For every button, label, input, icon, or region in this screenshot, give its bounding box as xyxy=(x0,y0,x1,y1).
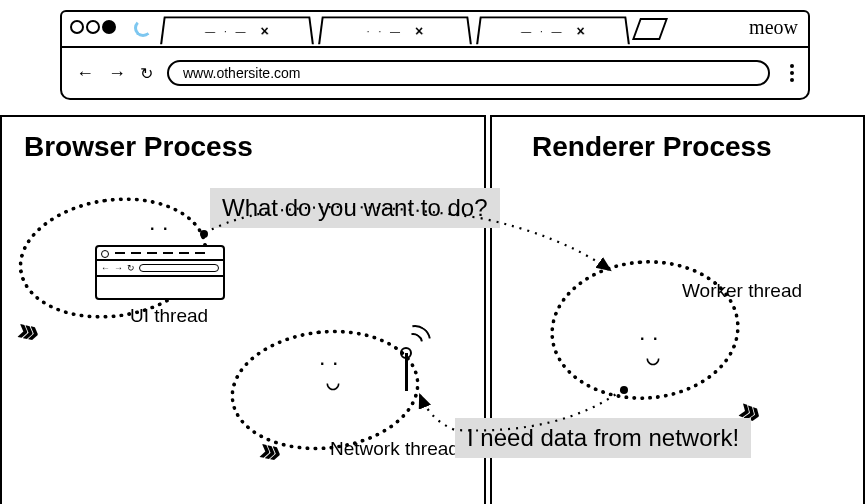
loading-spinner-icon xyxy=(134,19,152,37)
reload-button[interactable]: ↻ xyxy=(140,64,153,83)
antenna-icon xyxy=(395,335,425,395)
tab-title: · · — xyxy=(367,26,404,37)
new-tab-button[interactable] xyxy=(632,18,668,40)
face-icon: · · ◡ xyxy=(640,330,662,367)
traffic-light-min-icon[interactable] xyxy=(86,20,100,34)
traffic-light-max-icon[interactable] xyxy=(102,20,116,34)
mini-browser-icon: ←→↻ xyxy=(95,245,225,300)
face-icon: · · ◡ xyxy=(320,355,342,392)
tab-strip: — · — × · · — × — · — × meow xyxy=(62,12,808,48)
worker-thread-label: Worker thread xyxy=(682,280,802,302)
window-controls[interactable] xyxy=(70,20,116,34)
brand-text: meow xyxy=(749,16,798,39)
url-text: www.othersite.com xyxy=(183,65,300,81)
forward-button[interactable]: → xyxy=(108,63,126,84)
traffic-light-close-icon[interactable] xyxy=(70,20,84,34)
browser-process-title: Browser Process xyxy=(24,131,484,163)
arrow-origin-dot xyxy=(200,230,208,238)
speech-bubble-reply: I need data from network! xyxy=(455,418,751,458)
tab-title: — · — xyxy=(205,26,249,37)
tab-close-icon[interactable]: × xyxy=(260,23,269,39)
url-bar[interactable]: www.othersite.com xyxy=(167,60,770,86)
tab-close-icon[interactable]: × xyxy=(576,23,585,39)
browser-window: — · — × · · — × — · — × meow ← → ↻ www.o… xyxy=(60,10,810,100)
tab-title: — · — xyxy=(521,26,565,37)
ui-thread-label: UI thread xyxy=(130,305,208,327)
back-button[interactable]: ← xyxy=(76,63,94,84)
arrow-origin-dot xyxy=(620,386,628,394)
menu-button[interactable] xyxy=(790,64,794,82)
network-thread-label: Network thread xyxy=(330,438,459,460)
tab-3[interactable]: — · — × xyxy=(476,16,630,44)
renderer-process-title: Renderer Process xyxy=(532,131,863,163)
tab-close-icon[interactable]: × xyxy=(415,23,424,39)
toolbar: ← → ↻ www.othersite.com xyxy=(62,48,808,98)
tab-2[interactable]: · · — × xyxy=(318,16,472,44)
speech-bubble-question: What do you want to do? xyxy=(210,188,500,228)
tab-1[interactable]: — · — × xyxy=(160,16,314,44)
